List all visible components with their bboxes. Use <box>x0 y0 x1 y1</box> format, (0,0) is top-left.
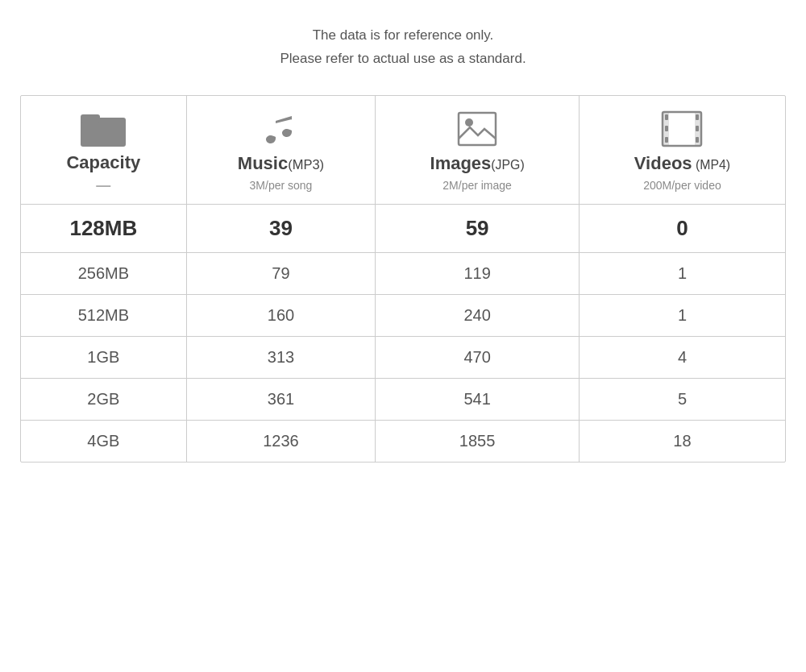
cell-videos: 1 <box>579 294 785 336</box>
notice-text: The data is for reference only. Please r… <box>280 24 526 71</box>
capacity-table-wrapper: Capacity — Music(MP3) 3M/pe <box>20 95 786 463</box>
cell-videos: 1 <box>579 252 785 294</box>
cell-music: 39 <box>186 204 376 252</box>
notice-line1: The data is for reference only. <box>280 24 526 48</box>
table-row: 4GB1236185518 <box>21 420 785 462</box>
cell-images: 59 <box>376 204 580 252</box>
svg-rect-8 <box>665 126 668 131</box>
svg-rect-12 <box>696 137 699 143</box>
cell-videos: 18 <box>579 420 785 462</box>
table-row: 128MB39590 <box>21 204 785 252</box>
svg-rect-10 <box>696 114 699 120</box>
cell-videos: 5 <box>579 378 785 420</box>
cell-images: 119 <box>376 252 580 294</box>
cell-music: 1236 <box>186 420 376 462</box>
cell-capacity: 1GB <box>21 336 186 378</box>
svg-rect-2 <box>459 113 496 145</box>
svg-rect-1 <box>81 114 100 122</box>
cell-music: 160 <box>186 294 376 336</box>
cell-music: 361 <box>186 378 376 420</box>
col-videos-sub: 200M/per video <box>643 179 721 192</box>
col-header-videos: Videos (MP4) 200M/per video <box>579 96 785 205</box>
table-row: 512MB1602401 <box>21 294 785 336</box>
col-capacity-main: Capacity <box>66 152 140 173</box>
svg-point-3 <box>465 118 473 127</box>
col-capacity-sub: — <box>96 178 110 193</box>
svg-rect-11 <box>696 126 699 131</box>
col-images-sub: 2M/per image <box>442 179 512 192</box>
col-music-sub: 3M/per song <box>250 179 313 192</box>
col-header-images: Images(JPG) 2M/per image <box>376 96 580 205</box>
image-icon <box>453 110 501 148</box>
cell-capacity: 4GB <box>21 420 186 462</box>
table-row: 2GB3615415 <box>21 378 785 420</box>
capacity-table: Capacity — Music(MP3) 3M/pe <box>21 96 785 462</box>
cell-videos: 4 <box>579 336 785 378</box>
col-videos-main: Videos (MP4) <box>634 153 730 174</box>
cell-images: 541 <box>376 378 580 420</box>
table-row: 1GB3134704 <box>21 336 785 378</box>
cell-videos: 0 <box>579 204 785 252</box>
video-icon <box>658 110 706 148</box>
cell-capacity: 512MB <box>21 294 186 336</box>
svg-rect-9 <box>665 137 668 143</box>
col-header-music: Music(MP3) 3M/per song <box>186 96 376 205</box>
table-row: 256MB791191 <box>21 252 785 294</box>
col-music-main: Music(MP3) <box>238 153 324 174</box>
cell-music: 313 <box>186 336 376 378</box>
cell-images: 470 <box>376 336 580 378</box>
cell-capacity: 2GB <box>21 378 186 420</box>
cell-capacity: 256MB <box>21 252 186 294</box>
cell-music: 79 <box>186 252 376 294</box>
music-icon <box>256 110 305 148</box>
col-images-main: Images(JPG) <box>430 153 525 174</box>
cell-capacity: 128MB <box>21 204 186 252</box>
folder-icon <box>79 109 127 147</box>
cell-images: 240 <box>376 294 580 336</box>
cell-images: 1855 <box>376 420 580 462</box>
notice-line2: Please refer to actual use as a standard… <box>280 48 526 71</box>
col-header-capacity: Capacity — <box>21 96 186 205</box>
svg-rect-7 <box>665 114 668 120</box>
